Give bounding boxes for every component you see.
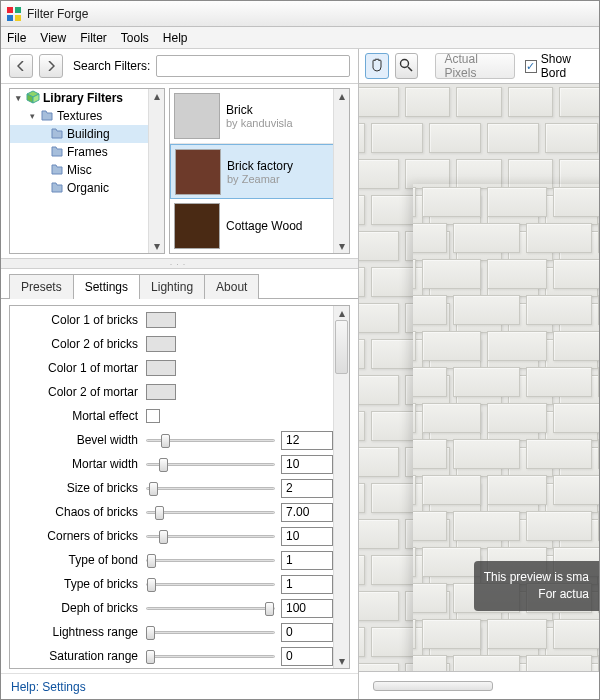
value-input[interactable]: 2 [281, 479, 333, 498]
help-link[interactable]: Help: Settings [1, 673, 358, 699]
main-body: Search Filters: ▾ Library Filters ▾ Text… [1, 49, 599, 699]
tree-item-organic[interactable]: Organic [10, 179, 164, 197]
value-input[interactable]: 1 [281, 575, 333, 594]
filter-list[interactable]: Brickby kanduvislaBrick factoryby Zeamar… [169, 88, 350, 254]
slider-thumb[interactable] [146, 650, 155, 664]
slider-thumb[interactable] [159, 458, 168, 472]
scroll-up-icon[interactable]: ▴ [149, 89, 164, 103]
color-swatch[interactable] [146, 312, 176, 328]
color-swatch[interactable] [146, 336, 176, 352]
slider-thumb[interactable] [155, 506, 164, 520]
filter-name: Cottage Wood [226, 219, 303, 233]
tab-about[interactable]: About [204, 274, 259, 299]
back-button[interactable] [9, 54, 33, 78]
slider[interactable] [146, 576, 275, 592]
slider[interactable] [146, 528, 275, 544]
slider[interactable] [146, 456, 275, 472]
tab-settings[interactable]: Settings [73, 274, 140, 299]
value-input[interactable]: 7.00 [281, 503, 333, 522]
search-input[interactable] [156, 55, 350, 77]
settings-inner: Color 1 of bricksColor 2 of bricksColor … [9, 305, 350, 669]
checkbox[interactable] [146, 409, 160, 423]
setting-label: Corners of bricks [10, 529, 146, 543]
settings-scrollbar[interactable]: ▴ ▾ [333, 306, 349, 668]
tab-lighting[interactable]: Lighting [139, 274, 205, 299]
setting-label: Lightness range [10, 625, 146, 639]
scroll-up-icon[interactable]: ▴ [334, 306, 349, 320]
slider-thumb[interactable] [159, 530, 168, 544]
slider-thumb[interactable] [147, 554, 156, 568]
menu-help[interactable]: Help [163, 31, 188, 45]
value-input[interactable]: 0 [281, 647, 333, 666]
tab-presets[interactable]: Presets [9, 274, 74, 299]
forward-button[interactable] [39, 54, 63, 78]
scroll-thumb[interactable] [335, 320, 348, 374]
tree-textures-label: Textures [57, 109, 102, 123]
slider-thumb[interactable] [146, 626, 155, 640]
color-swatch[interactable] [146, 384, 176, 400]
slider-thumb[interactable] [265, 602, 274, 616]
cube-icon [26, 90, 40, 107]
horizontal-splitter[interactable]: ··· [1, 259, 358, 269]
value-input[interactable]: 0 [281, 623, 333, 642]
tree-item-misc[interactable]: Misc [10, 161, 164, 179]
tree-item-label: Organic [67, 181, 109, 195]
tree-scrollbar[interactable]: ▴ ▾ [148, 89, 164, 253]
value-input[interactable]: 12 [281, 431, 333, 450]
preview-area[interactable]: This preview is sma For actua [359, 83, 599, 671]
scroll-down-icon[interactable]: ▾ [149, 239, 164, 253]
menu-filter[interactable]: Filter [80, 31, 107, 45]
slider[interactable] [146, 504, 275, 520]
filterlist-scrollbar[interactable]: ▴ ▾ [333, 89, 349, 253]
slider[interactable] [146, 432, 275, 448]
library-tree[interactable]: ▾ Library Filters ▾ Textures BuildingFra… [9, 88, 165, 254]
slider-thumb[interactable] [147, 578, 156, 592]
setting-label: Chaos of bricks [10, 505, 146, 519]
expand-arrow-icon: ▾ [28, 111, 37, 121]
left-pane: Search Filters: ▾ Library Filters ▾ Text… [1, 49, 359, 699]
tree-root-label: Library Filters [43, 91, 123, 105]
menu-tools[interactable]: Tools [121, 31, 149, 45]
menu-view[interactable]: View [40, 31, 66, 45]
slider-thumb[interactable] [149, 482, 158, 496]
show-border-label: Show Bord [541, 52, 593, 80]
slider[interactable] [146, 600, 275, 616]
zoom-tool-button[interactable] [395, 53, 419, 79]
svg-rect-2 [7, 15, 13, 21]
svg-point-4 [401, 59, 409, 67]
magnifier-icon [398, 57, 414, 76]
filter-item[interactable]: Brickby kanduvisla [170, 89, 349, 144]
scroll-down-icon[interactable]: ▾ [334, 654, 349, 668]
filter-item[interactable]: Brick factoryby Zeamar [170, 144, 349, 199]
menubar: File View Filter Tools Help [1, 27, 599, 49]
tree-item-frames[interactable]: Frames [10, 143, 164, 161]
slider[interactable] [146, 480, 275, 496]
color-swatch[interactable] [146, 360, 176, 376]
preview-overlay: This preview is sma For actua [474, 561, 599, 611]
tree-item-building[interactable]: Building [10, 125, 164, 143]
setting-row: Color 2 of mortar [10, 380, 333, 404]
value-input[interactable]: 10 [281, 527, 333, 546]
filter-author: by Zeamar [227, 173, 293, 185]
scroll-down-icon[interactable]: ▾ [334, 239, 349, 253]
slider-thumb[interactable] [161, 434, 170, 448]
scroll-up-icon[interactable]: ▴ [334, 89, 349, 103]
filter-item[interactable]: Cottage Wood [170, 199, 349, 254]
menu-file[interactable]: File [7, 31, 26, 45]
tree-item-label: Misc [67, 163, 92, 177]
actual-pixels-button[interactable]: Actual Pixels [435, 53, 515, 79]
pan-tool-button[interactable] [365, 53, 389, 79]
value-input[interactable]: 100 [281, 599, 333, 618]
tree-textures[interactable]: ▾ Textures [10, 107, 164, 125]
slider[interactable] [146, 552, 275, 568]
setting-label: Type of bricks [10, 577, 146, 591]
value-input[interactable]: 10 [281, 455, 333, 474]
slider[interactable] [146, 648, 275, 664]
statusbar [359, 671, 599, 699]
setting-label: Color 1 of mortar [10, 361, 146, 375]
tree-root[interactable]: ▾ Library Filters [10, 89, 164, 107]
show-border-checkbox[interactable]: ✓ Show Bord [525, 52, 593, 80]
value-input[interactable]: 1 [281, 551, 333, 570]
slider[interactable] [146, 624, 275, 640]
overlay-line1: This preview is sma [484, 569, 589, 586]
